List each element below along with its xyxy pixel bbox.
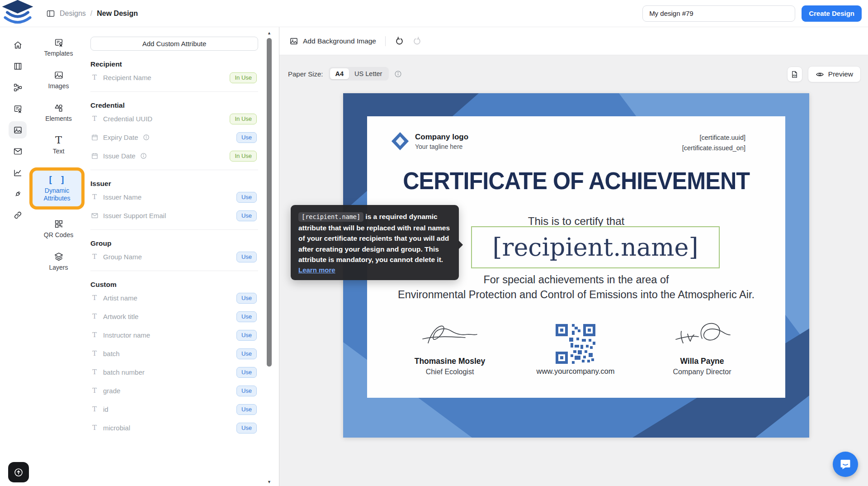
attribute-row-instructor-name[interactable]: T Instructor name Use [90, 326, 258, 344]
paper-size-segmented-control: A4 US Letter [329, 67, 389, 81]
attribute-row-microbial[interactable]: T microbial Use [90, 419, 258, 437]
circle-up-arrow-icon [13, 467, 24, 478]
calendar-icon [90, 152, 99, 160]
tooltip-code-chip: [recipient.name] [298, 212, 363, 222]
info-icon[interactable] [143, 134, 150, 141]
editor-sidebar: Templates Images Elements T [35, 27, 82, 486]
learn-more-link[interactable]: Learn more [298, 266, 335, 274]
sidebar-item-elements[interactable]: Elements [37, 102, 80, 123]
attribute-row-batch-number[interactable]: T batch number Use [90, 363, 258, 381]
attribute-row-id[interactable]: T id Use [90, 400, 258, 419]
rail-item-home[interactable] [9, 36, 27, 53]
breadcrumb-section[interactable]: Designs [60, 10, 86, 18]
use-badge[interactable]: Use [236, 192, 257, 203]
redo-button[interactable] [412, 36, 422, 46]
scroll-down-arrow[interactable]: ▼ [266, 480, 273, 484]
preview-button[interactable]: Preview [808, 66, 861, 82]
attribute-row-artwork-title[interactable]: T Artwork title Use [90, 307, 258, 326]
add-background-image-button[interactable]: Add Background Image [289, 37, 376, 46]
use-badge[interactable]: Use [236, 367, 257, 378]
certificate-qr-code[interactable] [556, 324, 595, 364]
signature-block-right[interactable]: Willa Payne Company Director [648, 319, 756, 376]
artboard-icon [13, 62, 23, 71]
attribute-row-issuer-support-email[interactable]: Issuer Support Email Use [90, 206, 258, 225]
rail-item-links[interactable] [9, 206, 27, 224]
rail-item-integrations[interactable] [9, 185, 27, 202]
sidebar-item-layers[interactable]: Layers [37, 251, 80, 272]
media-icon [13, 125, 23, 135]
sidebar-item-templates[interactable]: Templates [37, 37, 80, 57]
sidebar-item-label: Dynamic Attributes [33, 187, 80, 202]
panel-scrollbar: ▲ ▼ [266, 27, 273, 486]
paper-size-option-us-letter[interactable]: US Letter [349, 68, 387, 79]
sidebar-item-dynamic-attributes[interactable]: [ ] Dynamic Attributes [29, 167, 85, 210]
add-custom-attribute-button[interactable]: Add Custom Attribute [90, 37, 258, 51]
sidebar-item-text[interactable]: T Text [37, 135, 80, 155]
rail-item-media[interactable] [9, 121, 27, 138]
preview-label: Preview [828, 70, 853, 78]
chat-bubble-icon [839, 458, 852, 471]
certificate-title[interactable]: CERTIFICATE OF ACHIEVEMENT [367, 167, 785, 195]
rail-item-emails[interactable] [9, 143, 27, 160]
rail-item-workflows[interactable] [9, 79, 27, 96]
attribute-row-recipient-name[interactable]: T Recipient Name In Use [90, 68, 258, 87]
attribute-row-credential-uuid[interactable]: T Credential UUID In Use [90, 110, 258, 128]
scroll-up-arrow[interactable]: ▲ [266, 31, 273, 35]
paper-size-option-a4[interactable]: A4 [330, 68, 349, 79]
in-use-badge: In Use [230, 114, 257, 124]
use-badge[interactable]: Use [236, 386, 257, 396]
certificate-logo-block[interactable]: Company logo Your tagline here [391, 131, 468, 151]
certificate-meta-placeholders[interactable]: [certificate.uuid] [certificate.issued_o… [682, 133, 745, 153]
use-badge[interactable]: Use [236, 210, 257, 221]
attribute-row-grade[interactable]: T grade Use [90, 381, 258, 400]
create-design-button[interactable]: Create Design [802, 5, 862, 22]
use-badge[interactable]: Use [236, 293, 257, 304]
attribute-row-artist-name[interactable]: T Artist name Use [90, 289, 258, 307]
sidebar-toggle-icon[interactable] [46, 9, 55, 18]
rail-item-analytics[interactable] [9, 164, 27, 181]
recipient-name-placeholder-box[interactable]: [recipient.name] [471, 226, 720, 268]
use-badge[interactable]: Use [236, 311, 257, 322]
use-badge[interactable]: Use [236, 330, 257, 341]
breadcrumb-separator: / [90, 10, 92, 18]
certificate-issued-on-placeholder[interactable]: [certificate.issued_on] [682, 143, 745, 153]
certificate-uuid-placeholder[interactable]: [certificate.uuid] [682, 133, 745, 143]
scrollbar-thumb[interactable] [267, 38, 272, 367]
use-badge[interactable]: Use [236, 404, 257, 415]
attribute-label: Group Name [103, 253, 142, 261]
use-badge[interactable]: Use [236, 423, 257, 434]
chat-launcher-button[interactable] [833, 452, 858, 477]
mail-icon [13, 147, 23, 156]
text-attribute-icon: T [90, 253, 99, 260]
use-badge[interactable]: Use [236, 348, 257, 359]
use-badge[interactable]: Use [236, 252, 257, 262]
use-badge[interactable]: Use [236, 132, 257, 143]
paper-size-info-icon[interactable] [394, 70, 402, 78]
sidebar-item-label: Elements [45, 115, 71, 123]
paper-size-label: Paper Size: [288, 70, 323, 78]
download-pdf-button[interactable]: PDF [787, 67, 802, 82]
attribute-row-issue-date[interactable]: Issue Date In Use [90, 147, 258, 165]
rail-item-credentials[interactable] [9, 100, 27, 117]
sidebar-item-qr-codes[interactable]: QR Codes [37, 219, 80, 239]
signature-block-left[interactable]: Thomasine Mosley Chief Ecologist [396, 319, 504, 376]
calendar-icon [90, 133, 99, 141]
in-use-badge: In Use [230, 72, 257, 83]
undo-button[interactable] [395, 36, 404, 46]
attribute-row-group-name[interactable]: T Group Name Use [90, 248, 258, 266]
attribute-label: Recipient Name [103, 74, 151, 81]
sidebar-item-images[interactable]: Images [37, 70, 80, 90]
rail-item-designs[interactable] [9, 57, 27, 75]
help-launcher-button[interactable] [8, 462, 29, 482]
design-name-input[interactable] [642, 5, 795, 22]
text-attribute-icon: T [90, 295, 99, 301]
attribute-row-issuer-name[interactable]: T Issuer Name Use [90, 188, 258, 206]
text-attribute-icon: T [90, 387, 99, 394]
description-line-2[interactable]: Environmental Protection and Control of … [367, 289, 785, 301]
attribute-row-batch[interactable]: T batch Use [90, 344, 258, 363]
info-icon[interactable] [140, 152, 147, 159]
app-logo[interactable] [0, 0, 35, 30]
attribute-row-expiry-date[interactable]: Expiry Date Use [90, 128, 258, 147]
svg-text:PDF: PDF [793, 74, 797, 76]
analytics-icon [13, 168, 23, 177]
